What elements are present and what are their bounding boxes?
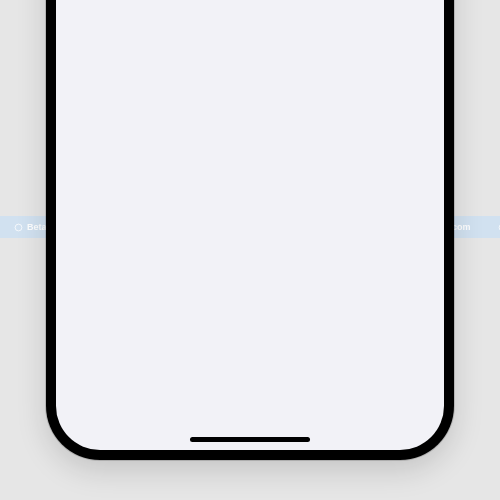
- phone-frame: choice. Apple does not have access to th…: [46, 0, 454, 460]
- home-indicator[interactable]: [190, 437, 310, 442]
- settings-scroll[interactable]: choice. Apple does not have access to th…: [56, 0, 444, 5]
- svg-point-0: [15, 224, 22, 231]
- phone-screen: choice. Apple does not have access to th…: [56, 0, 444, 450]
